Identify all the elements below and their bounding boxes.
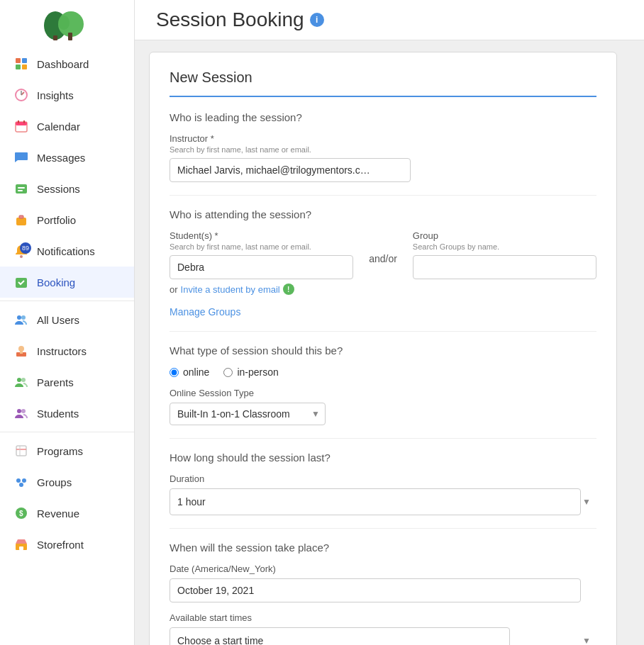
instructor-input[interactable] [170, 158, 411, 182]
content-area: New Session Who is leading the session? … [135, 40, 644, 645]
invite-prefix: or [170, 284, 178, 295]
svg-rect-6 [22, 58, 27, 63]
calendar-icon [13, 118, 30, 135]
instructor-sublabel: Search by first name, last name or email… [170, 145, 596, 154]
sidebar-item-groups[interactable]: Groups [0, 466, 134, 498]
booking-icon [13, 274, 30, 291]
section-leader-heading: Who is leading the session? [170, 111, 596, 123]
section-type-heading: What type of session should this be? [170, 344, 596, 357]
sidebar-label-allusers: All Users [37, 314, 79, 326]
sidebar-item-notifications[interactable]: 89 Notifications [0, 235, 134, 267]
page-title: Session Booking i [156, 9, 324, 31]
logo-svg [43, 10, 92, 41]
start-time-chevron-icon: ▼ [582, 636, 591, 645]
svg-rect-16 [16, 184, 27, 194]
svg-point-2 [58, 16, 70, 30]
insights-icon [13, 86, 30, 103]
sidebar-item-dashboard[interactable]: Dashboard [0, 48, 134, 79]
sidebar-item-insights[interactable]: Insights [0, 79, 134, 111]
svg-point-29 [21, 378, 26, 382]
svg-rect-7 [16, 64, 21, 69]
section-when-heading: When will the session take place? [170, 542, 596, 554]
section-type: What type of session should this be? onl… [170, 344, 596, 425]
radio-inperson[interactable]: in-person [223, 366, 278, 378]
sidebar-item-allusers[interactable]: All Users [0, 304, 134, 335]
svg-rect-4 [68, 33, 72, 40]
students-input[interactable] [170, 255, 353, 279]
start-time-label: Available start times [170, 612, 596, 623]
notifications-icon: 89 [13, 242, 30, 259]
section-divider-2 [170, 331, 596, 332]
divider-1 [0, 301, 134, 301]
sidebar: Dashboard Insights Calendar Messages Ses… [0, 0, 135, 645]
radio-online[interactable]: online [170, 366, 209, 378]
sidebar-item-instructors[interactable]: Instructors [0, 335, 134, 366]
radio-online-input[interactable] [170, 368, 179, 377]
section-when: When will the session take place? Date (… [170, 542, 596, 645]
radio-inperson-input[interactable] [223, 368, 233, 377]
session-type-radios: online in-person [170, 366, 596, 378]
student-col: Student(s) * Search by first name, last … [170, 230, 353, 279]
svg-point-21 [20, 255, 23, 258]
sidebar-item-revenue[interactable]: $ Revenue [0, 498, 134, 529]
sidebar-label-instructors: Instructors [37, 345, 87, 357]
duration-select-wrap: 30 minutes 1 hour 1.5 hours 2 hours ▼ [170, 488, 596, 515]
svg-rect-19 [16, 218, 26, 225]
students-label: Student(s) * [170, 230, 353, 241]
info-icon[interactable]: i [310, 13, 324, 27]
online-session-type-select[interactable]: Built-In 1-on-1 Classroom Zoom Google Me… [170, 403, 326, 425]
group-input[interactable] [413, 255, 596, 279]
sidebar-label-messages: Messages [37, 152, 85, 164]
radio-inperson-label: in-person [237, 366, 278, 378]
section-divider-3 [170, 438, 596, 439]
invite-link[interactable]: Invite a student by email [181, 284, 280, 295]
sessions-icon [13, 180, 30, 197]
invite-email-icon: ! [283, 284, 294, 295]
sidebar-item-calendar[interactable]: Calendar [0, 111, 134, 142]
sidebar-item-messages[interactable]: Messages [0, 142, 134, 173]
sidebar-item-parents[interactable]: Parents [0, 366, 134, 398]
booking-card: New Session Who is leading the session? … [149, 52, 617, 645]
sidebar-item-students[interactable]: Students [0, 398, 134, 429]
group-label: Group [413, 230, 596, 241]
svg-rect-32 [16, 446, 26, 456]
svg-rect-8 [22, 64, 27, 69]
section-divider-1 [170, 195, 596, 196]
sidebar-item-portfolio[interactable]: Portfolio [0, 204, 134, 235]
students-sublabel: Search by first name, last name or email… [170, 242, 353, 251]
sidebar-item-storefront[interactable]: Storefront [0, 529, 134, 560]
svg-point-23 [17, 315, 21, 320]
duration-label: Duration [170, 473, 596, 484]
start-time-select[interactable]: Choose a start time 9:00 AM 10:00 AM 11:… [170, 627, 510, 645]
section-attending-heading: Who is attending the session? [170, 208, 596, 220]
programs-icon [13, 442, 30, 459]
revenue-icon: $ [13, 505, 30, 522]
group-col: Group Search Groups by name. [413, 230, 596, 279]
storefront-icon [13, 536, 30, 553]
section-leader: Who is leading the session? Instructor *… [170, 111, 596, 182]
sidebar-label-parents: Parents [37, 376, 74, 388]
duration-chevron-icon: ▼ [582, 497, 591, 507]
svg-rect-41 [19, 546, 23, 550]
online-session-type-label: Online Session Type [170, 388, 596, 398]
dashboard-icon [13, 55, 30, 72]
svg-point-28 [17, 378, 21, 382]
duration-select[interactable]: 30 minutes 1 hour 1.5 hours 2 hours [170, 488, 581, 515]
manage-groups-link[interactable]: Manage Groups [170, 306, 240, 318]
section-duration-heading: How long should the session last? [170, 452, 596, 464]
date-input[interactable] [170, 578, 581, 602]
parents-icon [13, 374, 30, 391]
svg-text:$: $ [19, 510, 23, 517]
sidebar-label-notifications: Notifications [37, 245, 95, 257]
main-area: Session Booking i New Session Who is lea… [135, 0, 644, 645]
svg-point-31 [21, 409, 26, 413]
svg-rect-27 [20, 351, 23, 354]
svg-point-36 [22, 478, 26, 483]
sidebar-item-booking[interactable]: Booking [0, 267, 134, 298]
sidebar-item-sessions[interactable]: Sessions [0, 173, 134, 204]
sidebar-item-programs[interactable]: Programs [0, 435, 134, 466]
svg-point-37 [19, 483, 23, 487]
logo [0, 0, 134, 48]
instructor-label: Instructor * [170, 133, 596, 144]
page-header: Session Booking i [135, 0, 644, 40]
